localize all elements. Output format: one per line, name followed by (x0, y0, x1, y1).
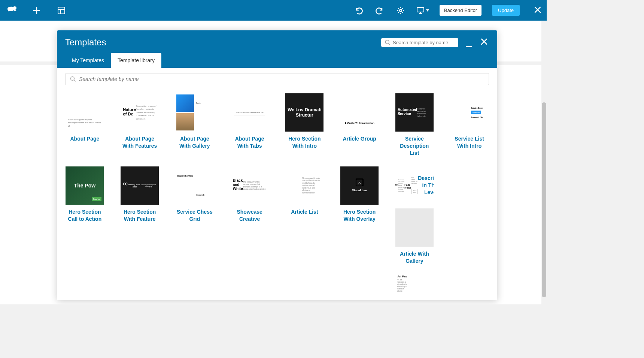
scrollbar-thumb[interactable] (542, 102, 546, 297)
add-icon[interactable] (31, 5, 42, 16)
modal-titlebar: Templates (65, 37, 489, 48)
template-thumbnail: Intagible ServicesCustom S (176, 166, 214, 205)
topbar-right-group: Backend Editor Update (353, 4, 541, 16)
svg-point-5 (71, 77, 75, 81)
template-card[interactable]: Intagible ServicesCustom S Service Chess… (175, 166, 215, 300)
template-title: Showcase Creative (230, 208, 269, 223)
modal-actions (381, 37, 489, 47)
minimize-icon[interactable] (464, 40, 474, 49)
template-title: Service Chess Grid (175, 208, 215, 223)
template-card[interactable]: ∞ometry and Topolused in geometry and to… (120, 166, 160, 300)
template-card[interactable]: Nature of DeDescription is one of four r… (120, 93, 160, 157)
template-thumbnail: AVisual Lan (340, 166, 379, 205)
template-title: Article List (285, 208, 324, 216)
header-search-input[interactable] (393, 40, 455, 45)
template-thumbnail: Art MusAn art museum or art gallery is a… (395, 264, 434, 300)
template-title: Service Description List (395, 135, 434, 157)
viewport-icon[interactable] (416, 5, 429, 16)
template-thumbnail: News moves through many different media,… (285, 166, 323, 205)
tab-template-library[interactable]: Template library (111, 53, 161, 68)
template-card[interactable]: The Overview Define the Sc About Page Wi… (230, 93, 269, 157)
template-card[interactable]: Black and WhiteThe discovery of the came… (230, 166, 269, 300)
app-topbar: Backend Editor Update (0, 0, 547, 21)
template-title: Hero Section Call to Action (65, 208, 104, 223)
templates-grid: Short-term goals expect accomplishment i… (65, 93, 489, 300)
layout-icon[interactable] (56, 5, 67, 16)
template-thumbnail: NewsworthinIn some countries and at some… (395, 166, 434, 205)
template-title: About Page With Tabs (230, 135, 269, 150)
template-thumbnail: The PowPurchas (66, 166, 104, 205)
update-button[interactable]: Update (492, 5, 520, 16)
modal-close-icon[interactable] (479, 37, 489, 47)
template-thumbnail: Black and WhiteThe discovery of the came… (231, 166, 269, 205)
header-search[interactable] (381, 38, 458, 47)
svg-point-1 (400, 9, 402, 12)
logo-icon[interactable] (7, 5, 17, 16)
app-close-icon[interactable] (534, 4, 541, 16)
template-title: Article Group (340, 135, 379, 142)
template-card[interactable]: NewsworthinIn some countries and at some… (395, 166, 434, 300)
template-card[interactable]: Service SpecRead moreEconomic Se Service… (450, 93, 489, 157)
template-thumbnail: ∞ometry and Topolused in geometry and to… (121, 166, 159, 205)
template-thumbnail: The Overview Define the Sc (231, 93, 269, 132)
template-title: Service List With Intro (450, 135, 489, 150)
template-thumbnail: Restr (176, 93, 214, 132)
undo-icon[interactable] (353, 5, 364, 16)
svg-rect-2 (417, 7, 424, 12)
template-card[interactable]: We Lov Dramati Structur Hero Section Wit… (285, 93, 324, 157)
template-title: Description in Three Levels (418, 175, 434, 196)
modal-header: Templates My Templates Template library (57, 30, 497, 68)
template-card[interactable]: Article With Gallery (395, 208, 434, 265)
template-title: About Page With Features (120, 135, 160, 150)
template-card[interactable]: Short-term goals expect accomplishment i… (65, 93, 104, 157)
template-title: Article With Gallery (395, 250, 434, 265)
template-thumbnail: Automated ServiceCustomer service is t c… (395, 93, 434, 132)
modal-title: Templates (65, 37, 106, 48)
template-title: About Page With Gallery (175, 135, 215, 150)
templates-modal: Templates My Templates Template library (57, 30, 497, 300)
body-search-input[interactable] (79, 76, 484, 82)
template-card[interactable]: AVisual Lan Hero Section With Overlay (340, 166, 379, 300)
template-card[interactable]: The PowPurchas Hero Section Call to Acti… (65, 166, 104, 300)
template-thumbnail (395, 208, 434, 247)
template-thumbnail: Short-term goals expect accomplishment i… (66, 93, 104, 132)
gear-icon[interactable] (395, 5, 406, 16)
svg-point-3 (385, 40, 389, 44)
modal-body: Short-term goals expect accomplishment i… (57, 68, 497, 300)
template-card[interactable]: A Guide To Introduction Article Group (340, 93, 379, 157)
svg-rect-4 (466, 46, 472, 47)
backend-editor-button[interactable]: Backend Editor (440, 5, 482, 16)
template-title: Hero Section With Intro (285, 135, 324, 150)
template-card[interactable]: News moves through many different media,… (285, 166, 324, 300)
template-card[interactable]: Restr About Page With Gallery (175, 93, 215, 157)
template-thumbnail: Service SpecRead moreEconomic Se (450, 93, 489, 132)
template-title: About Page (65, 135, 104, 142)
topbar-left-group (7, 5, 67, 16)
template-card[interactable]: Art MusAn art museum or art gallery is a… (395, 264, 434, 300)
template-title: Hero Section With Feature (120, 208, 160, 223)
svg-rect-0 (58, 7, 65, 14)
template-card[interactable]: Automated ServiceCustomer service is t c… (395, 93, 434, 157)
modal-tabs: My Templates Template library (65, 53, 489, 68)
body-search[interactable] (65, 73, 489, 85)
template-thumbnail: We Lov Dramati Structur (285, 93, 323, 132)
template-thumbnail: A Guide To Introduction (340, 93, 379, 132)
redo-icon[interactable] (374, 5, 385, 16)
template-title: Hero Section With Overlay (340, 208, 379, 223)
tab-my-templates[interactable]: My Templates (65, 53, 111, 68)
scrollbar-track[interactable] (541, 21, 547, 304)
template-thumbnail: Nature of DeDescription is one of four r… (121, 93, 159, 132)
